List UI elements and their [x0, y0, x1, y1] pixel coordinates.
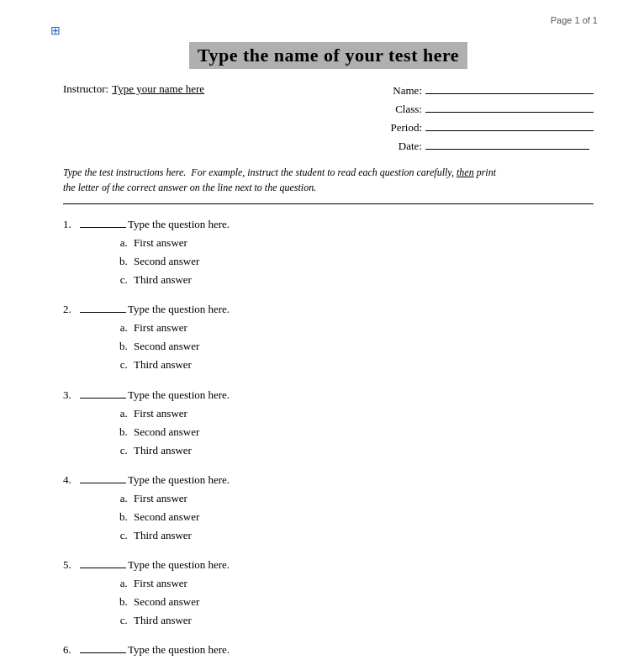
- question-text-3[interactable]: Type the question here.: [128, 388, 230, 402]
- answer-list-1: First answer Second answer Third answer: [130, 234, 594, 289]
- answer-4c[interactable]: Third answer: [130, 526, 594, 545]
- question-blank-4[interactable]: [80, 472, 126, 483]
- answer-4b[interactable]: Second answer: [130, 508, 594, 526]
- question-row-5: 5. Type the question here.: [63, 557, 594, 572]
- answer-1c[interactable]: Third answer: [130, 271, 594, 289]
- question-number-3: 3.: [63, 388, 80, 402]
- answer-list-3: First answer Second answer Third answer: [130, 404, 594, 460]
- question-row-2: 2. Type the question here.: [63, 301, 594, 316]
- instructor-value[interactable]: Type your name here: [112, 82, 263, 96]
- answer-2b[interactable]: Second answer: [130, 337, 594, 356]
- instructor-label: Instructor:: [63, 82, 108, 96]
- answer-2c[interactable]: Third answer: [130, 356, 594, 374]
- question-number-5: 5.: [63, 558, 80, 572]
- question-row-4: 4. Type the question here.: [63, 472, 594, 487]
- question-blank-6[interactable]: [80, 642, 126, 653]
- question-text-6[interactable]: Type the question here.: [128, 643, 230, 657]
- answer-list-2: First answer Second answer Third answer: [130, 319, 594, 374]
- answer-list-5: First answer Second answer Third answer: [130, 574, 594, 630]
- answer-5a[interactable]: First answer: [130, 574, 594, 593]
- question-number-4: 4.: [63, 473, 80, 487]
- question-block-3: 3. Type the question here. First answer …: [63, 387, 594, 460]
- instructions-block[interactable]: Type the test instructions here. For exa…: [63, 165, 594, 195]
- instructor-block: Instructor: Type your name here: [63, 82, 263, 96]
- answer-3c[interactable]: Third answer: [130, 441, 594, 460]
- date-input-line[interactable]: [425, 138, 589, 150]
- period-label: Period:: [380, 121, 422, 135]
- class-label: Class:: [380, 103, 422, 116]
- question-block-5: 5. Type the question here. First answer …: [63, 557, 594, 630]
- page: Page 1 of 1 ⊞ Type the name of your test…: [0, 0, 644, 660]
- period-input-line[interactable]: [425, 119, 594, 131]
- field-row-name: Name:: [380, 82, 594, 98]
- question-text-4[interactable]: Type the question here.: [128, 473, 230, 487]
- class-input-line[interactable]: [425, 101, 594, 113]
- answer-2a[interactable]: First answer: [130, 319, 594, 337]
- questions-section: 1. Type the question here. First answer …: [63, 216, 594, 660]
- answer-5c[interactable]: Third answer: [130, 611, 594, 630]
- question-text-5[interactable]: Type the question here.: [128, 558, 230, 572]
- name-input-line[interactable]: [425, 82, 594, 94]
- question-row-3: 3. Type the question here.: [63, 387, 594, 402]
- answer-3b[interactable]: Second answer: [130, 423, 594, 441]
- date-label: Date:: [380, 140, 422, 153]
- answer-1a[interactable]: First answer: [130, 234, 594, 252]
- fields-block: Name: Class: Period: Date:: [380, 82, 594, 153]
- question-row-6: 6. Type the question here.: [63, 642, 594, 657]
- instructions-underline: then: [457, 166, 474, 178]
- question-text-1[interactable]: Type the question here.: [128, 218, 230, 231]
- name-label: Name:: [380, 84, 422, 98]
- question-text-2[interactable]: Type the question here.: [128, 303, 230, 316]
- section-divider: [63, 203, 594, 204]
- question-block-6: 6. Type the question here. First answer: [63, 642, 594, 660]
- question-number-1: 1.: [63, 218, 80, 231]
- question-block-2: 2. Type the question here. First answer …: [63, 301, 594, 374]
- instructions-text: Type the test instructions here. For exa…: [63, 166, 496, 193]
- answer-5b[interactable]: Second answer: [130, 593, 594, 611]
- test-title[interactable]: Type the name of your test here: [189, 42, 467, 69]
- question-block-1: 1. Type the question here. First answer …: [63, 216, 594, 289]
- answer-3a[interactable]: First answer: [130, 404, 594, 423]
- field-row-class: Class:: [380, 101, 594, 116]
- question-blank-5[interactable]: [80, 557, 126, 568]
- header-section: Instructor: Type your name here Name: Cl…: [63, 82, 594, 153]
- page-number: Page 1 of 1: [551, 15, 598, 25]
- question-number-6: 6.: [63, 643, 80, 657]
- field-row-period: Period:: [380, 119, 594, 135]
- title-wrapper: Type the name of your test here: [63, 42, 594, 69]
- question-blank-3[interactable]: [80, 387, 126, 399]
- question-blank-1[interactable]: [80, 216, 126, 228]
- answer-4a[interactable]: First answer: [130, 489, 594, 508]
- question-blank-2[interactable]: [80, 301, 126, 313]
- question-number-2: 2.: [63, 303, 80, 316]
- answer-1b[interactable]: Second answer: [130, 252, 594, 271]
- expand-icon[interactable]: ⊞: [50, 24, 61, 38]
- field-row-date: Date:: [380, 138, 594, 153]
- question-row-1: 1. Type the question here.: [63, 216, 594, 231]
- question-block-4: 4. Type the question here. First answer …: [63, 472, 594, 545]
- answer-list-4: First answer Second answer Third answer: [130, 489, 594, 545]
